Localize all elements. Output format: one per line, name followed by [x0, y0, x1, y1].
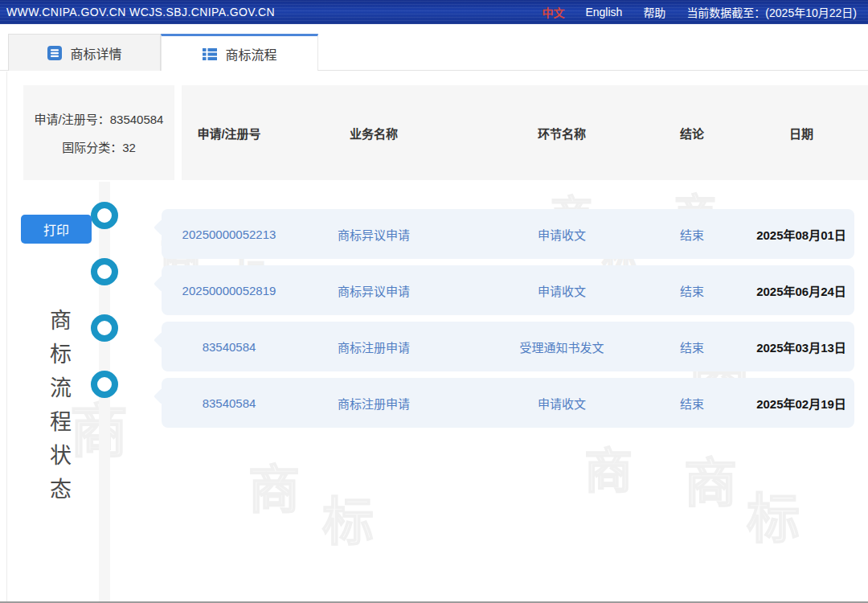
row-conclusion: 结束 — [680, 226, 704, 243]
header-business-name: 业务名称 — [350, 125, 398, 142]
main-content: 商标商标商商商标商商标商 申请/注册号：83540584 国际分类：32 申请/… — [6, 72, 867, 601]
row-app-number[interactable]: 20250000052213 — [182, 228, 276, 241]
timeline-node-1 — [91, 202, 118, 229]
row-date: 2025年03月13日 — [756, 338, 846, 355]
header-step-name: 环节名称 — [538, 125, 586, 142]
table-header-row: 申请/注册号 业务名称 环节名称 结论 日期 — [182, 85, 868, 180]
row-step-name: 申请收文 — [538, 395, 586, 412]
process-row[interactable]: 20250000052819 商标异议申请 申请收文 结束 2025年06月24… — [162, 265, 854, 315]
row-app-number[interactable]: 83540584 — [203, 396, 256, 410]
background-watermark: 标 — [747, 475, 800, 552]
print-button[interactable]: 打印 — [21, 215, 92, 244]
row-date: 2025年02月19日 — [756, 395, 846, 412]
timeline-node-3 — [91, 314, 118, 342]
background-watermark: 标 — [322, 480, 374, 554]
row-business-name: 商标异议申请 — [338, 282, 410, 299]
topbar-links: 中文 English 帮助 当前数据截至：(2025年10月22日) — [542, 4, 857, 20]
row-business-name: 商标注册申请 — [338, 338, 410, 355]
data-cutoff-date: 当前数据截至：(2025年10月22日) — [686, 4, 857, 20]
row-app-number[interactable]: 83540584 — [203, 340, 256, 354]
timeline-node-4 — [91, 371, 118, 398]
background-watermark: 商 — [248, 448, 300, 522]
header-date: 日期 — [789, 125, 813, 142]
document-lines-icon — [47, 45, 63, 61]
background-watermark: 商 — [684, 440, 737, 517]
row-conclusion: 结束 — [680, 395, 704, 412]
row-conclusion: 结束 — [680, 282, 704, 299]
timeline-node-2 — [91, 258, 118, 285]
page-title-vertical: 商标流程状态 — [43, 309, 75, 511]
international-class: 国际分类：32 — [62, 138, 136, 155]
process-row[interactable]: 83540584 商标注册申请 受理通知书发文 结束 2025年03月13日 — [162, 322, 854, 371]
row-step-name: 申请收文 — [538, 282, 586, 299]
cnipa-trademark-page: WWW.CNIPA.GOV.CN WCJS.SBJ.CNIPA.GOV.CN 中… — [0, 0, 868, 603]
row-business-name: 商标异议申请 — [338, 226, 410, 243]
process-row[interactable]: 20250000052213 商标异议申请 申请收文 结束 2025年08月01… — [162, 209, 854, 259]
lang-english-link[interactable]: English — [585, 6, 622, 18]
registration-number: 申请/注册号：83540584 — [35, 110, 164, 127]
row-date: 2025年06月24日 — [756, 282, 846, 299]
row-date: 2025年08月01日 — [756, 226, 846, 243]
site-domains: WWW.CNIPA.GOV.CN WCJS.SBJ.CNIPA.GOV.CN — [6, 6, 275, 18]
row-business-name: 商标注册申请 — [338, 395, 410, 412]
topbar: WWW.CNIPA.GOV.CN WCJS.SBJ.CNIPA.GOV.CN 中… — [0, 0, 868, 24]
list-detail-icon — [202, 46, 218, 62]
tab-detail-label: 商标详情 — [70, 43, 121, 63]
row-step-name: 受理通知书发文 — [519, 338, 604, 355]
process-row[interactable]: 83540584 商标注册申请 申请收文 结束 2025年02月19日 — [162, 378, 854, 428]
tab-trademark-detail[interactable]: 商标详情 — [8, 34, 161, 71]
row-conclusion: 结束 — [680, 338, 704, 355]
trademark-info-panel: 申请/注册号：83540584 国际分类：32 — [23, 85, 174, 180]
help-link[interactable]: 帮助 — [643, 4, 665, 20]
row-step-name: 申请收文 — [538, 226, 586, 243]
tab-trademark-process[interactable]: 商标流程 — [161, 34, 318, 71]
background-watermark: 商 — [584, 432, 633, 502]
tab-flow-label: 商标流程 — [225, 44, 276, 64]
header-app-number: 申请/注册号 — [197, 125, 260, 142]
tab-bar: 商标详情 商标流程 — [0, 34, 868, 71]
header-conclusion: 结论 — [680, 125, 704, 142]
row-app-number[interactable]: 20250000052819 — [182, 284, 276, 297]
lang-chinese-link[interactable]: 中文 — [542, 4, 564, 20]
